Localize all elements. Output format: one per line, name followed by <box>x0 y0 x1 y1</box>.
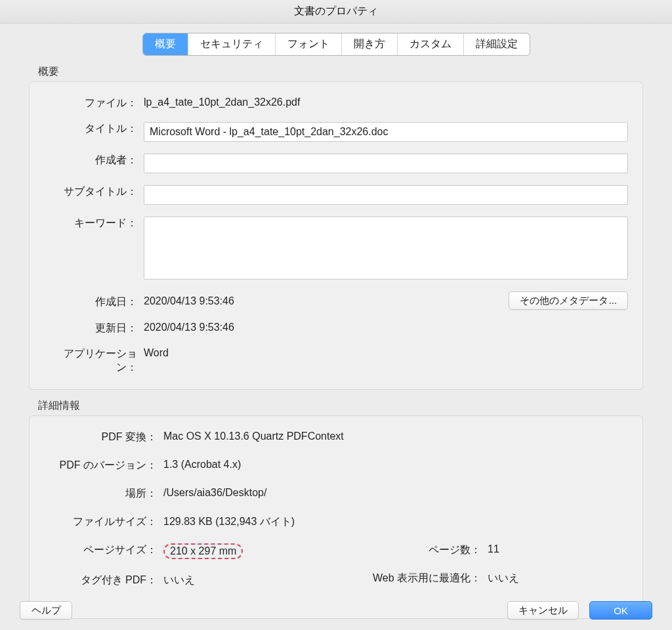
tab-fonts[interactable]: フォント <box>275 33 341 55</box>
pagesize-value: 210 x 297 mm <box>163 541 356 559</box>
filesize-value: 129.83 KB (132,943 バイト) <box>163 513 628 529</box>
tab-custom[interactable]: カスタム <box>397 33 463 55</box>
pagesize-highlight: 210 x 297 mm <box>163 543 243 559</box>
tab-overview[interactable]: 概要 <box>143 33 188 55</box>
tab-security[interactable]: セキュリティ <box>188 33 275 55</box>
pdf-version-value: 1.3 (Acrobat 4.x) <box>163 456 628 471</box>
location-value: /Users/aia36/Desktop/ <box>163 484 628 499</box>
modified-label: 更新日： <box>44 319 144 335</box>
pdf-version-label: PDF のバージョン： <box>44 456 163 472</box>
help-button[interactable]: ヘルプ <box>20 601 72 620</box>
ok-button[interactable]: OK <box>589 601 652 620</box>
tagged-pdf-value: いいえ <box>163 571 356 587</box>
cancel-button[interactable]: キャンセル <box>507 601 579 620</box>
application-label: アプリケーション： <box>44 345 144 375</box>
keywords-label: キーワード： <box>44 214 144 230</box>
author-label: 作成者： <box>44 151 144 167</box>
modified-value: 2020/04/13 9:53:46 <box>144 319 628 333</box>
pagesize-label: ページサイズ： <box>44 541 163 557</box>
overview-panel: 概要 ファイル： lp_a4_tate_10pt_2dan_32x26.pdf … <box>29 65 643 390</box>
pagecount-label: ページ数： <box>356 541 488 557</box>
overview-section-title: 概要 <box>38 65 643 79</box>
dialog-footer: ヘルプ キャンセル OK <box>0 601 672 620</box>
tagged-pdf-label: タグ付き PDF： <box>44 571 163 587</box>
title-label: タイトル： <box>44 119 144 136</box>
more-metadata-button[interactable]: その他のメタデータ... <box>509 291 628 310</box>
pdf-producer-value: Mac OS X 10.13.6 Quartz PDFContext <box>163 428 628 442</box>
created-value: 2020/04/13 9:53:46 <box>144 293 234 309</box>
location-label: 場所： <box>44 484 163 501</box>
keywords-input[interactable] <box>144 217 628 280</box>
subtitle-label: サブタイトル： <box>44 182 144 199</box>
details-box: PDF 変換： Mac OS X 10.13.6 Quartz PDFConte… <box>29 415 643 619</box>
tabs-container: 概要 セキュリティ フォント 開き方 カスタム 詳細設定 <box>0 24 672 56</box>
file-value: lp_a4_tate_10pt_2dan_32x26.pdf <box>144 94 628 108</box>
window-title: 文書のプロパティ <box>294 5 378 18</box>
application-value: Word <box>144 345 628 359</box>
details-panel: 詳細情報 PDF 変換： Mac OS X 10.13.6 Quartz PDF… <box>29 399 643 619</box>
author-input[interactable] <box>144 154 628 173</box>
title-input[interactable] <box>144 122 628 142</box>
overview-box: ファイル： lp_a4_tate_10pt_2dan_32x26.pdf タイト… <box>29 81 643 390</box>
web-optimized-value: いいえ <box>488 569 628 585</box>
created-label: 作成日： <box>44 293 144 309</box>
tabs: 概要 セキュリティ フォント 開き方 カスタム 詳細設定 <box>142 33 530 56</box>
web-optimized-label: Web 表示用に最適化： <box>356 569 488 585</box>
tab-open[interactable]: 開き方 <box>341 33 397 55</box>
details-section-title: 詳細情報 <box>38 399 643 413</box>
pagecount-value: 11 <box>488 541 628 555</box>
pdf-producer-label: PDF 変換： <box>44 428 163 444</box>
window-title-bar: 文書のプロパティ <box>0 0 672 24</box>
subtitle-input[interactable] <box>144 185 628 205</box>
tab-advanced[interactable]: 詳細設定 <box>463 33 530 55</box>
filesize-label: ファイルサイズ： <box>44 513 163 529</box>
file-label: ファイル： <box>44 94 144 110</box>
